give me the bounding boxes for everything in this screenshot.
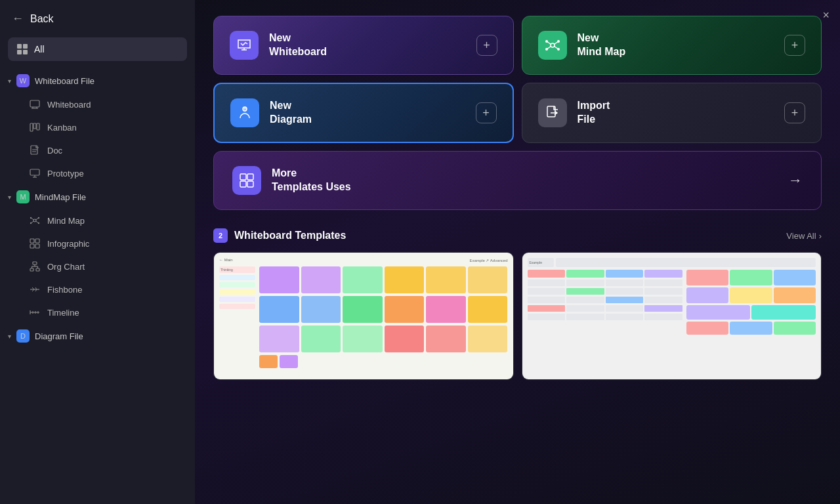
sidebar-item-whiteboard[interactable]: Whiteboard — [5, 93, 190, 116]
new-whiteboard-card[interactable]: NewWhiteboard + — [213, 16, 514, 75]
prototype-item-label: Prototype — [47, 169, 84, 178]
sidebar-item-doc[interactable]: Doc — [5, 139, 190, 161]
fishbone-icon — [29, 284, 41, 295]
orgchart-item-label: Org Chart — [47, 262, 85, 272]
svg-rect-0 — [30, 100, 39, 107]
templates-badge: 2 — [213, 228, 228, 243]
mindmap-file-icon: M — [16, 190, 30, 203]
svg-rect-22 — [30, 239, 34, 243]
timeline-item-label: Timeline — [47, 308, 79, 318]
more-templates-title: MoreTemplates Uses — [272, 167, 351, 194]
svg-rect-24 — [30, 244, 34, 248]
new-whiteboard-title: NewWhiteboard — [269, 32, 327, 59]
templates-title-label: Whiteboard Templates — [234, 230, 346, 242]
svg-rect-4 — [30, 123, 33, 131]
import-file-card[interactable]: ImportFile + — [522, 83, 822, 143]
new-diagram-card[interactable]: NewDiagram + — [213, 83, 514, 143]
sidebar-section-diagram-file[interactable]: ▾ D Diagram File — [0, 324, 195, 348]
svg-rect-27 — [30, 268, 33, 271]
new-mindmap-left: NewMind Map — [538, 31, 626, 60]
new-mindmap-title: NewMind Map — [578, 32, 626, 59]
more-templates-icon — [232, 166, 261, 195]
new-mindmap-card[interactable]: NewMind Map + — [522, 16, 822, 75]
view-all-label: View All — [786, 231, 816, 241]
sidebar-item-prototype[interactable]: Prototype — [5, 162, 190, 184]
svg-rect-59 — [247, 181, 253, 187]
svg-point-19 — [30, 222, 32, 224]
sidebar-item-mindmap[interactable]: Mind Map — [5, 209, 190, 232]
whiteboard-file-icon: W — [16, 74, 30, 87]
grid-icon — [17, 44, 28, 54]
sidebar-item-timeline[interactable]: Timeline — [5, 301, 190, 324]
sidebar-item-infographic[interactable]: Infographic — [5, 232, 190, 255]
sidebar-item-kanban[interactable]: Kanban — [5, 116, 190, 138]
fishbone-item-label: Fishbone — [47, 285, 82, 295]
svg-rect-58 — [240, 181, 246, 187]
new-diagram-title: NewDiagram — [270, 99, 312, 127]
svg-rect-23 — [35, 239, 39, 243]
templates-section-header: 2 Whiteboard Templates View All › — [213, 228, 822, 243]
back-label: Back — [30, 13, 54, 25]
mindmap-icon — [29, 215, 41, 226]
sidebar-section-mindmap-file[interactable]: ▾ M MindMap File — [0, 185, 195, 209]
all-button[interactable]: All — [8, 37, 187, 61]
back-arrow-icon: ← — [12, 12, 24, 26]
import-file-title: ImportFile — [578, 99, 610, 127]
new-diagram-plus-icon: + — [476, 102, 497, 123]
new-whiteboard-plus-icon: + — [476, 35, 497, 56]
more-templates-arrow-icon: → — [788, 172, 803, 189]
svg-point-54 — [243, 107, 246, 110]
new-mindmap-plus-icon: + — [784, 35, 805, 56]
svg-point-21 — [38, 222, 39, 224]
diagram-file-icon: D — [16, 329, 30, 343]
import-file-left: ImportFile — [538, 98, 610, 127]
svg-rect-56 — [240, 174, 246, 180]
main-content-area: × NewWhiteboard + — [195, 0, 840, 504]
templates-section-title: 2 Whiteboard Templates — [213, 228, 346, 243]
orgchart-icon — [29, 261, 41, 272]
svg-rect-57 — [247, 174, 253, 180]
template-1-preview: ← Main Example ↗ Advanced Thinking — [214, 253, 513, 379]
svg-point-50 — [557, 40, 560, 43]
doc-icon — [29, 144, 41, 156]
svg-point-51 — [557, 48, 560, 51]
svg-point-18 — [30, 217, 32, 219]
kanban-item-label: Kanban — [47, 123, 77, 133]
svg-point-20 — [38, 217, 39, 219]
svg-rect-26 — [33, 262, 37, 264]
more-templates-left: MoreTemplates Uses — [232, 166, 351, 195]
svg-rect-28 — [36, 268, 39, 271]
new-mindmap-icon — [538, 31, 567, 60]
view-all-button[interactable]: View All › — [786, 231, 822, 241]
svg-rect-5 — [33, 123, 36, 129]
import-file-plus-icon: + — [784, 102, 805, 123]
new-whiteboard-left: NewWhiteboard — [230, 31, 327, 60]
template-2-preview: Example — [522, 253, 822, 379]
view-all-chevron-icon: › — [819, 231, 822, 241]
action-cards-grid: NewWhiteboard + — [213, 16, 822, 143]
whiteboard-file-items: Whiteboard Kanban Doc — [0, 93, 195, 185]
mindmap-file-items: Mind Map Infographic — [0, 209, 195, 324]
kanban-icon — [29, 121, 41, 133]
more-templates-card[interactable]: MoreTemplates Uses → — [213, 151, 822, 210]
whiteboard-file-label: Whiteboard File — [35, 76, 94, 86]
template-card-2[interactable]: Example — [522, 252, 822, 380]
sidebar-section-whiteboard-file[interactable]: ▾ W Whiteboard File — [0, 69, 195, 93]
whiteboard-icon — [29, 98, 41, 110]
chevron-down-icon-2: ▾ — [8, 194, 11, 201]
back-button[interactable]: ← Back — [0, 0, 195, 35]
template-card-1[interactable]: ← Main Example ↗ Advanced Thinking — [213, 252, 514, 380]
svg-rect-10 — [30, 169, 39, 175]
sidebar-item-orgchart[interactable]: Org Chart — [5, 255, 190, 278]
whiteboard-item-label: Whiteboard — [47, 100, 91, 110]
sidebar-item-fishbone[interactable]: Fishbone — [5, 278, 190, 301]
mindmap-file-label: MindMap File — [35, 192, 86, 202]
doc-item-label: Doc — [47, 146, 62, 156]
import-file-icon — [538, 98, 567, 127]
diagram-file-label: Diagram File — [35, 331, 83, 341]
prototype-icon — [29, 167, 41, 179]
close-button[interactable]: × — [822, 9, 830, 21]
infographic-item-label: Infographic — [47, 239, 89, 249]
svg-point-49 — [545, 48, 548, 51]
chevron-right-icon: ▾ — [8, 333, 11, 340]
